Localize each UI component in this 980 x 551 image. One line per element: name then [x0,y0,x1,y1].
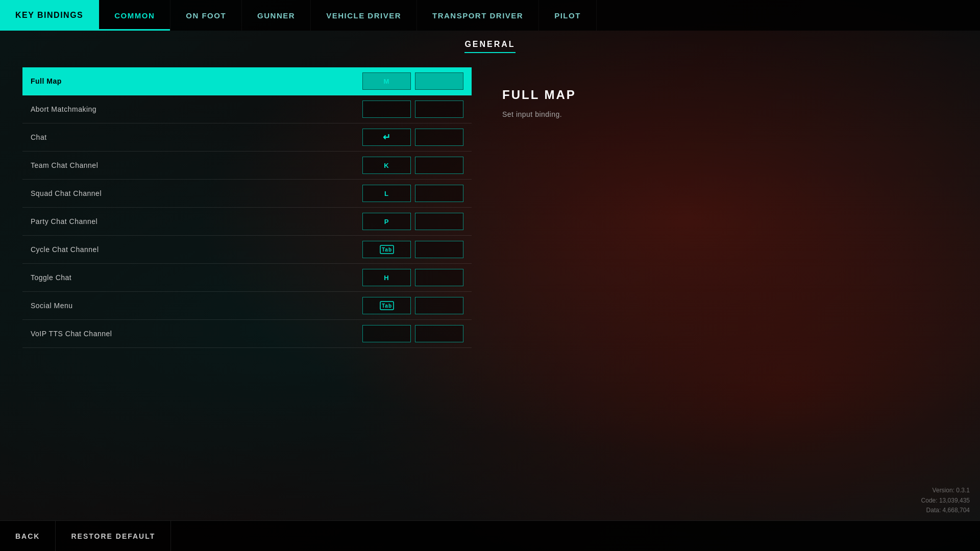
binding-keys-cycle-chat: Tab [362,241,463,258]
key-slot-toggle-chat-2[interactable] [415,269,463,286]
key-slot-chat-1[interactable]: ↵ [362,129,411,146]
binding-name-cycle-chat: Cycle Chat Channel [31,245,362,254]
bottom-bar: BACK RESTORE DEFAULT [0,520,980,551]
binding-keys-abort-matchmaking [362,101,463,118]
svg-text:Tab: Tab [381,303,391,309]
back-button[interactable]: BACK [0,521,56,551]
tab-key-icon: Tab [380,245,394,254]
binding-keys-team-chat: K [362,157,463,174]
binding-row-full-map[interactable]: Full Map M [22,67,472,95]
binding-name-voip-tts: VoIP TTS Chat Channel [31,330,362,338]
key-slot-social-menu-2[interactable] [415,297,463,314]
binding-keys-toggle-chat: H [362,269,463,286]
key-text-toggle-chat-1: H [384,274,389,282]
key-slot-squad-chat-2[interactable] [415,185,463,202]
key-slot-party-chat-1[interactable]: P [362,213,411,230]
key-slot-voip-tts-1[interactable] [362,325,411,342]
nav-on-foot[interactable]: ON FOOT [170,0,242,31]
restore-default-button[interactable]: RESTORE DEFAULT [56,521,171,551]
nav-transport-driver[interactable]: TRANSPORT DRIVER [417,0,539,31]
binding-keys-party-chat: P [362,213,463,230]
version-line1: Version: 0.3.1 [921,486,970,495]
key-slot-full-map-1[interactable]: M [362,72,411,90]
key-slot-social-menu-1[interactable]: Tab [362,297,411,314]
binding-name-party-chat: Party Chat Channel [31,217,362,226]
binding-keys-voip-tts [362,325,463,342]
section-header: GENERAL [0,31,980,57]
binding-row-toggle-chat[interactable]: Toggle Chat H [22,264,472,292]
svg-text:Tab: Tab [381,247,391,253]
key-text-party-chat-1: P [384,218,389,226]
info-title: FULL MAP [502,88,949,102]
key-slot-team-chat-2[interactable] [415,157,463,174]
key-slot-cycle-chat-2[interactable] [415,241,463,258]
key-text-squad-chat-1: L [384,190,389,197]
key-slot-abort-2[interactable] [415,101,463,118]
binding-row-party-chat[interactable]: Party Chat Channel P [22,208,472,236]
binding-row-abort-matchmaking[interactable]: Abort Matchmaking [22,95,472,123]
key-slot-cycle-chat-1[interactable]: Tab [362,241,411,258]
binding-row-voip-tts[interactable]: VoIP TTS Chat Channel [22,320,472,348]
key-text-full-map-1: M [384,78,390,85]
bindings-list: Full Map M Abort Matchmaking Chat [22,67,472,510]
binding-row-chat[interactable]: Chat ↵ [22,123,472,152]
binding-name-social-menu: Social Menu [31,302,362,310]
nav-pilot[interactable]: PILOT [539,0,597,31]
nav-key-bindings[interactable]: KEY BINDINGS [0,0,99,31]
binding-keys-social-menu: Tab [362,297,463,314]
binding-keys-squad-chat: L [362,185,463,202]
version-line3: Data: 4,668,704 [921,506,970,515]
binding-name-toggle-chat: Toggle Chat [31,273,362,282]
binding-row-social-menu[interactable]: Social Menu Tab [22,292,472,320]
version-info: Version: 0.3.1 Code: 13,039,435 Data: 4,… [921,486,970,515]
enter-icon: ↵ [383,132,391,143]
key-slot-abort-1[interactable] [362,101,411,118]
section-title: GENERAL [464,40,515,53]
binding-name-chat: Chat [31,133,362,141]
binding-name-abort-matchmaking: Abort Matchmaking [31,105,362,113]
binding-row-cycle-chat[interactable]: Cycle Chat Channel Tab [22,236,472,264]
main-content: GENERAL Full Map M Abort Matchmaking [0,31,980,520]
tab-key-icon-2: Tab [380,301,394,310]
nav-gunner[interactable]: GUNNER [242,0,311,31]
right-panel: FULL MAP Set input binding. [472,67,980,510]
nav-vehicle-driver[interactable]: VEHICLE DRIVER [311,0,417,31]
key-slot-party-chat-2[interactable] [415,213,463,230]
bindings-area: Full Map M Abort Matchmaking Chat [0,57,980,520]
key-slot-chat-2[interactable] [415,129,463,146]
binding-row-team-chat[interactable]: Team Chat Channel K [22,152,472,180]
binding-name-full-map: Full Map [31,77,362,85]
key-slot-voip-tts-2[interactable] [415,325,463,342]
binding-row-squad-chat[interactable]: Squad Chat Channel L [22,180,472,208]
binding-name-squad-chat: Squad Chat Channel [31,189,362,197]
key-slot-full-map-2[interactable] [415,72,463,90]
nav-common[interactable]: COMMON [99,0,170,31]
top-nav: KEY BINDINGS COMMON ON FOOT GUNNER VEHIC… [0,0,980,31]
binding-keys-full-map: M [362,72,463,90]
key-text-team-chat-1: K [384,162,389,169]
key-slot-squad-chat-1[interactable]: L [362,185,411,202]
key-slot-team-chat-1[interactable]: K [362,157,411,174]
binding-name-team-chat: Team Chat Channel [31,161,362,169]
binding-keys-chat: ↵ [362,129,463,146]
version-line2: Code: 13,039,435 [921,496,970,506]
key-slot-toggle-chat-1[interactable]: H [362,269,411,286]
info-desc: Set input binding. [502,110,949,118]
